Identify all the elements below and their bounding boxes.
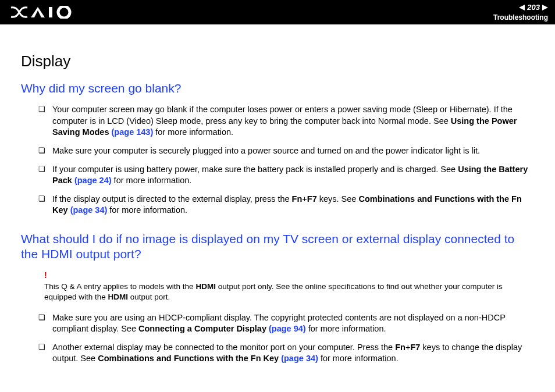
page-link[interactable]: (page 24) (74, 176, 112, 185)
section-label: Troubleshooting (493, 13, 548, 22)
prev-page-icon[interactable] (519, 5, 525, 10)
question-1-heading: Why did my screen go blank? (21, 81, 534, 96)
header-right: 203 Troubleshooting (493, 3, 548, 22)
svg-point-1 (58, 6, 70, 18)
page-link[interactable]: (page 143) (112, 127, 154, 137)
page-link[interactable]: (page 34) (281, 354, 318, 363)
page-number: 203 (527, 3, 540, 12)
warning-icon: ! (44, 270, 534, 281)
page-content: Display Why did my screen go blank? Your… (0, 24, 555, 383)
page-link[interactable]: (page 34) (70, 205, 108, 215)
question-1-list: Your computer screen may go blank if the… (38, 104, 534, 216)
list-item: If your computer is using battery power,… (38, 164, 534, 187)
list-item: Make sure your computer is securely plug… (38, 145, 534, 157)
svg-rect-0 (49, 7, 52, 17)
vaio-logo (10, 6, 74, 19)
page-link[interactable]: (page 94) (269, 324, 306, 333)
page-header: 203 Troubleshooting (0, 0, 555, 24)
next-page-icon[interactable] (542, 5, 548, 10)
list-item: If the display output is directed to the… (38, 194, 534, 216)
note-block: ! This Q & A entry applies to models wit… (44, 270, 534, 302)
list-item: Make sure you are using an HDCP-complian… (38, 312, 534, 335)
question-2-list: Make sure you are using an HDCP-complian… (38, 312, 534, 365)
section-title: Display (21, 52, 534, 70)
page-nav: 203 (493, 3, 548, 12)
question-2-heading: What should I do if no image is displaye… (21, 231, 534, 262)
list-item: Your computer screen may go blank if the… (38, 104, 534, 138)
list-item: Another external display may be connecte… (38, 342, 534, 365)
